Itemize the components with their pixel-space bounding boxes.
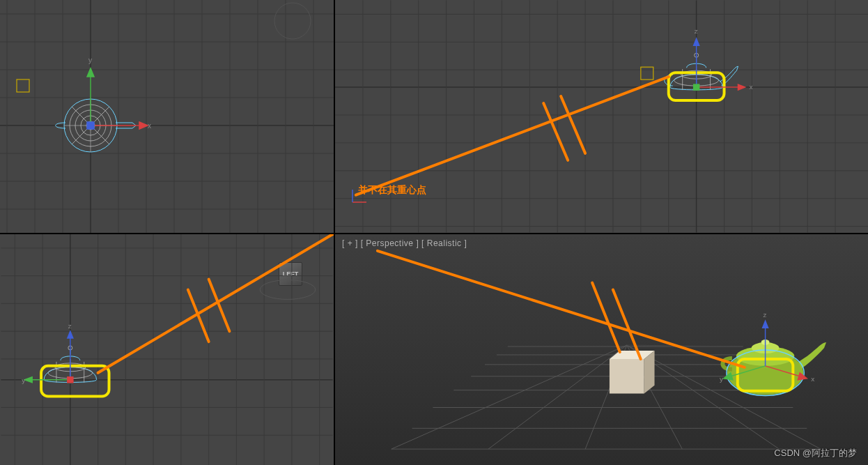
svg-text:x: x [148,122,151,130]
grid [335,0,868,232]
svg-marker-113 [68,331,73,338]
svg-text:z: z [68,322,72,330]
svg-marker-74 [738,84,745,90]
svg-text:y: y [88,56,92,64]
svg-rect-77 [694,84,699,90]
svg-line-70 [356,77,669,195]
svg-marker-148 [763,321,768,328]
box-object[interactable] [610,351,655,394]
svg-rect-114 [68,377,73,383]
svg-line-108 [188,290,209,342]
svg-text:z: z [764,311,767,319]
svg-text:x: x [749,83,752,91]
svg-line-72 [561,96,585,153]
viewcube-ring[interactable] [274,3,311,39]
origin-marker [346,188,373,216]
svg-rect-33 [87,122,94,129]
svg-text:y: y [22,376,25,384]
annotation-line [356,77,669,195]
viewcube-ring[interactable] [260,280,316,300]
viewport-top[interactable]: x y [0,0,334,233]
svg-text:x: x [811,375,814,383]
svg-line-71 [543,103,568,160]
grid [1,234,332,465]
viewport-left[interactable]: LEFT [0,234,334,465]
svg-line-140 [378,251,745,367]
grid [0,0,334,233]
svg-marker-111 [24,377,32,383]
annotation-line [378,251,745,367]
svg-marker-132 [610,359,644,394]
watermark: CSDN @阿拉丁的梦 [774,447,857,459]
viewport-perspective[interactable]: [ + ] [ Perspective ] [ Realistic ] [335,234,868,465]
svg-marker-76 [694,38,699,45]
selection-marker [641,67,653,79]
svg-text:z: z [695,27,698,35]
svg-text:y: y [720,375,723,383]
viewport-front[interactable]: x z [335,0,868,233]
selection-marker [17,79,29,92]
